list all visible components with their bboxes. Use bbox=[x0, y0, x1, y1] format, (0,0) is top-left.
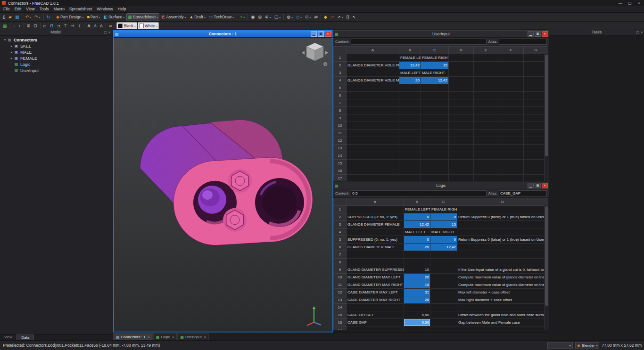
cell-A4[interactable]: GLANDS DIAMETER HOLE MALE bbox=[347, 77, 399, 84]
cell-F1[interactable] bbox=[498, 54, 524, 62]
cell-A17[interactable] bbox=[347, 326, 404, 330]
cell-B11[interactable] bbox=[399, 130, 421, 137]
close-button[interactable]: × bbox=[542, 31, 548, 37]
cell-B9[interactable] bbox=[399, 114, 421, 122]
cell-A10[interactable] bbox=[347, 122, 399, 130]
tree-item-male[interactable]: ▸▣MALE bbox=[0, 49, 112, 55]
row-header[interactable]: 9 bbox=[334, 114, 347, 122]
cell-D15[interactable]: Offset between the gland hole and outer … bbox=[457, 311, 548, 319]
wb-part-button[interactable]: ■Part▾ bbox=[85, 13, 101, 21]
row-header[interactable]: 4 bbox=[334, 228, 347, 236]
cell-F10[interactable] bbox=[498, 122, 524, 130]
expander-icon[interactable]: ▸ bbox=[9, 57, 14, 60]
cell-B17[interactable] bbox=[404, 326, 430, 330]
cell-A12[interactable] bbox=[347, 137, 399, 145]
cell-D4[interactable] bbox=[457, 228, 548, 236]
column-header-B[interactable]: B bbox=[399, 47, 421, 54]
style-bold-button[interactable]: A bbox=[86, 22, 92, 30]
minimize-button[interactable]: ▁ bbox=[528, 31, 534, 37]
cell-C17[interactable] bbox=[421, 175, 449, 181]
column-header-D[interactable]: D bbox=[449, 47, 474, 54]
wb-draft-button[interactable]: ▲Draft▾ bbox=[188, 13, 206, 21]
cell-F12[interactable] bbox=[498, 137, 524, 145]
new-document-button[interactable]: ▯ bbox=[1, 13, 7, 21]
draw-style-button[interactable]: ◍▾ bbox=[285, 13, 294, 21]
view-magnify-button[interactable]: ⊙▾ bbox=[304, 13, 313, 21]
row-header[interactable]: 8 bbox=[334, 259, 347, 266]
cell-B11[interactable]: 15 bbox=[404, 281, 430, 289]
cell-C4[interactable]: MALE RIGHT bbox=[430, 228, 457, 236]
cell-D17[interactable] bbox=[449, 175, 474, 181]
panel-close-button[interactable]: × bbox=[108, 29, 110, 35]
cell-E4[interactable] bbox=[474, 77, 498, 84]
cell-E3[interactable] bbox=[474, 69, 498, 77]
cell-A2[interactable]: SUPPRESSED (0: no, 1: yes) bbox=[347, 213, 404, 221]
cell-B4[interactable]: 20 bbox=[399, 77, 421, 84]
export-button[interactable]: ↗▾ bbox=[336, 13, 345, 21]
scrollbar-thumb[interactable] bbox=[545, 206, 548, 306]
cell-F9[interactable] bbox=[498, 114, 524, 122]
cell-B7[interactable] bbox=[404, 251, 430, 259]
cell-D14[interactable] bbox=[457, 304, 548, 311]
import-csv-button[interactable]: ↓ bbox=[12, 22, 17, 30]
cell-F2[interactable] bbox=[498, 62, 524, 69]
cell-D4[interactable] bbox=[449, 77, 474, 84]
row-header[interactable]: 13 bbox=[334, 145, 347, 152]
pd-body-button[interactable]: ◆ bbox=[322, 13, 329, 21]
cell-C9[interactable] bbox=[421, 114, 449, 122]
alias-bind-button[interactable]: ∞ bbox=[107, 22, 113, 30]
column-header-C[interactable]: C bbox=[430, 198, 457, 206]
mdi-tab-userinput[interactable]: ▦UserInput× bbox=[177, 333, 208, 341]
row-header[interactable]: 15 bbox=[334, 160, 347, 167]
cell-B3[interactable]: MALE LEFT bbox=[399, 69, 421, 77]
unit-combo[interactable]: ▾ bbox=[547, 342, 573, 349]
cell-A1[interactable] bbox=[347, 54, 399, 62]
cell-D7[interactable] bbox=[457, 251, 548, 259]
column-header-C[interactable]: C bbox=[421, 47, 449, 54]
row-header[interactable]: 12 bbox=[334, 137, 347, 145]
cell-E8[interactable] bbox=[474, 107, 498, 114]
logic-grid[interactable]: ABCD1FEMALE LEFTFEMALE RIGHT2SUPPRESSED … bbox=[333, 198, 549, 330]
row-header[interactable]: 7 bbox=[334, 99, 347, 107]
row-header[interactable]: 14 bbox=[334, 304, 347, 311]
cell-D3[interactable] bbox=[457, 221, 548, 228]
cell-C12[interactable] bbox=[430, 289, 457, 296]
cell-C8[interactable] bbox=[430, 259, 457, 266]
restore-button[interactable]: ▣ bbox=[535, 183, 541, 188]
cell-C6[interactable]: 12,42 bbox=[430, 244, 457, 251]
menu-file[interactable]: File bbox=[1, 6, 12, 12]
wb-part-design-button[interactable]: ◆Part Design▾ bbox=[55, 13, 85, 21]
cell-D8[interactable] bbox=[449, 107, 474, 114]
menu-windows[interactable]: Windows bbox=[94, 6, 115, 12]
cell-C12[interactable] bbox=[421, 137, 449, 145]
panel-close-button[interactable]: × bbox=[641, 29, 643, 35]
view-isometric-button[interactable]: ◇▾ bbox=[295, 13, 303, 21]
cell-A4[interactable] bbox=[347, 228, 404, 236]
cell-C11[interactable] bbox=[421, 130, 449, 137]
align-right-button[interactable]: ⊐ bbox=[55, 22, 62, 30]
logic-titlebar[interactable]: ▦ Logic ▁ ▣ × bbox=[333, 182, 549, 189]
navcube-rotate-left-arrow-icon[interactable] bbox=[302, 51, 305, 55]
window-maximize-button[interactable]: ▢ bbox=[625, 0, 635, 6]
cell-E1[interactable] bbox=[474, 54, 498, 62]
cell-C13[interactable] bbox=[430, 296, 457, 304]
cell-B17[interactable] bbox=[399, 175, 421, 181]
align-center-button[interactable]: ⊓ bbox=[49, 22, 55, 30]
align-left-button[interactable]: ⊏ bbox=[42, 22, 49, 30]
scrollbar-thumb[interactable] bbox=[545, 55, 548, 156]
cell-E16[interactable] bbox=[474, 167, 498, 175]
cell-C6[interactable] bbox=[421, 92, 449, 99]
cell-D5[interactable] bbox=[449, 84, 474, 92]
cell-C16[interactable] bbox=[421, 167, 449, 175]
menu-help[interactable]: Help bbox=[116, 6, 128, 12]
cell-D1[interactable] bbox=[449, 54, 474, 62]
window-close-button[interactable]: × bbox=[635, 0, 644, 6]
align-bottom-button[interactable]: ⊥ bbox=[76, 22, 83, 30]
cell-C15[interactable] bbox=[430, 311, 457, 319]
cell-B3[interactable]: 12,42 bbox=[404, 221, 430, 228]
wb-spreadsheet-button[interactable]: ▦Spreadsheet▾ bbox=[126, 13, 159, 21]
userinput-window[interactable]: ▦ UserInput ▁ ▣ × Content: Alias: A bbox=[333, 30, 549, 181]
cell-E11[interactable] bbox=[474, 130, 498, 137]
cell-F17[interactable] bbox=[498, 175, 524, 181]
cell-D17[interactable] bbox=[457, 326, 548, 330]
